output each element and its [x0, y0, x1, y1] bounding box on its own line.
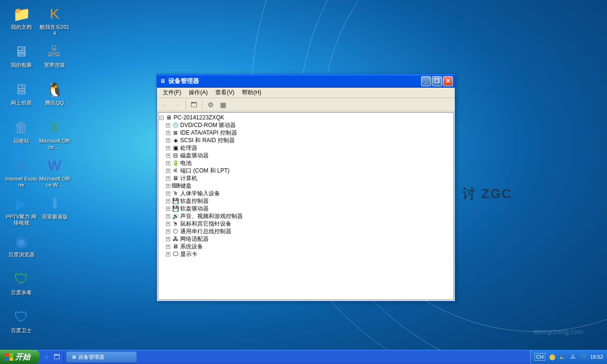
tree-device-node[interactable]: +💿DVD/CD-ROM 驱动器	[159, 121, 452, 129]
tray-network-icon[interactable]: 🖧	[569, 353, 577, 361]
device-category-icon: ◈	[172, 136, 179, 144]
desktop-icon-image: 🛡	[12, 308, 31, 327]
expand-icon[interactable]: +	[166, 176, 170, 181]
tree-node-label: 显示卡	[180, 250, 197, 258]
expand-icon[interactable]: +	[166, 237, 170, 241]
tree-device-node[interactable]: +🖱鼠标和其它指针设备	[159, 220, 452, 228]
tool-properties-icon[interactable]: 🗔	[189, 100, 199, 110]
back-button[interactable]: ←	[160, 100, 170, 110]
tree-device-node[interactable]: +🖥系统设备	[159, 243, 452, 250]
taskbar-button-device-manager[interactable]: 🖥 设备管理器	[66, 351, 137, 363]
expand-icon[interactable]: +	[166, 161, 170, 165]
desktop-icon[interactable]: 🛡百度杀毒	[5, 268, 38, 303]
device-category-icon: 🔋	[172, 159, 179, 167]
language-indicator[interactable]: CH	[534, 353, 546, 361]
desktop-icon[interactable]: 🖧宽带连接	[38, 40, 71, 76]
desktop-icon[interactable]: ▶PPTV聚力 网络电视	[5, 192, 38, 228]
desktop-icon[interactable]: 🖥网上邻居	[5, 78, 38, 114]
menu-item[interactable]: 查看(V)	[212, 88, 238, 98]
tree-device-node[interactable]: +💾软盘驱动器	[159, 205, 452, 212]
tree-node-label: 人体学输入设备	[180, 190, 220, 198]
maximize-button[interactable]: ❐	[432, 76, 442, 86]
tree-device-node[interactable]: +🖵显示卡	[159, 250, 452, 258]
desktop-icon[interactable]: 📁我的文档	[5, 2, 38, 38]
tree-device-node[interactable]: +◈SCSI 和 RAID 控制器	[159, 136, 452, 144]
expand-icon[interactable]: +	[166, 252, 170, 256]
expand-icon[interactable]: +	[166, 138, 170, 143]
desktop-icon-image: ◉	[12, 232, 31, 251]
expand-icon[interactable]: +	[166, 245, 170, 249]
desktop-icon[interactable]: eInternet Explorer	[5, 154, 38, 190]
wallpaper-url: xitongcheng.com	[533, 328, 583, 336]
expand-icon[interactable]: +	[166, 123, 170, 127]
tray-icon-2[interactable]: 🔈	[559, 353, 566, 361]
collapse-icon[interactable]: −	[159, 116, 164, 120]
desktop-icon[interactable]: K酷我音乐2014	[38, 2, 71, 38]
desktop-icon-image: ⬇	[45, 194, 64, 213]
tree-device-node[interactable]: +⬡通用串行总线控制器	[159, 228, 452, 235]
menu-item[interactable]: 操作(A)	[185, 88, 212, 98]
tree-device-node[interactable]: +🔊声音、视频和游戏控制器	[159, 212, 452, 220]
desktop-icon-image: 🛡	[12, 270, 31, 289]
titlebar[interactable]: 🖥 设备管理器 _ ❐ ✕	[157, 74, 455, 88]
tree-device-node[interactable]: +🖥计算机	[159, 174, 452, 182]
desktop-icon[interactable]: 🖥我的电脑	[5, 40, 38, 76]
device-category-icon: 💿	[172, 121, 179, 129]
tree-node-label: 电池	[180, 159, 192, 167]
expand-icon[interactable]: +	[166, 146, 170, 150]
clock[interactable]: 18:52	[590, 354, 603, 360]
desktop-icon[interactable]: ◉百度浏览器	[5, 230, 38, 265]
ql-ie-icon[interactable]: e	[42, 352, 51, 362]
desktop-icon-label: 迅雷极速版	[42, 214, 68, 220]
desktop-icon-label: 回收站	[14, 138, 29, 144]
desktop-icon[interactable]: 🐧腾讯QQ	[38, 78, 71, 114]
minimize-button[interactable]: _	[421, 76, 431, 86]
desktop-icon-image: 🐧	[45, 80, 64, 99]
tree-device-node[interactable]: +🖰人体学输入设备	[159, 190, 452, 197]
tree-device-node[interactable]: +🔋电池	[159, 159, 452, 167]
expand-icon[interactable]: +	[166, 184, 170, 188]
device-tree[interactable]: −🖥PC-20141223ZXQK+💿DVD/CD-ROM 驱动器+≣IDE A…	[158, 112, 454, 300]
tray-shield-icon[interactable]: 🛡	[579, 353, 587, 361]
tree-device-node[interactable]: +⌨键盘	[159, 182, 452, 190]
expand-icon[interactable]: +	[166, 191, 170, 196]
menu-item[interactable]: 帮助(H)	[238, 88, 265, 98]
expand-icon[interactable]: +	[166, 229, 170, 234]
desktop-icon[interactable]: WMicrosoft Office W…	[38, 154, 71, 190]
tree-device-node[interactable]: +▣处理器	[159, 144, 452, 152]
tree-device-node[interactable]: +⚟端口 (COM 和 LPT)	[159, 167, 452, 174]
app-icon: 🖥	[159, 77, 166, 85]
start-button[interactable]: 开始	[0, 350, 40, 364]
tree-node-label: 鼠标和其它指针设备	[180, 220, 231, 228]
desktop-icon-label: 我的电脑	[11, 62, 32, 68]
tree-node-label: 软盘驱动器	[180, 205, 209, 213]
tree-device-node[interactable]: +⊟磁盘驱动器	[159, 152, 452, 159]
tree-node-label: IDE ATA/ATAPI 控制器	[180, 129, 237, 137]
desktop-icon-label: 百度卫士	[11, 328, 32, 334]
close-button[interactable]: ✕	[443, 76, 453, 86]
forward-button[interactable]: →	[172, 100, 183, 110]
device-category-icon: 🖱	[172, 220, 179, 228]
desktop-icon[interactable]: 🛡百度卫士	[5, 306, 38, 341]
desktop-icon[interactable]: XMicrosoft Office …	[38, 116, 71, 152]
desktop-icon[interactable]: 🗑回收站	[5, 116, 38, 152]
menu-item[interactable]: 文件(F)	[159, 88, 185, 98]
expand-icon[interactable]: +	[166, 154, 170, 158]
expand-icon[interactable]: +	[166, 222, 170, 226]
expand-icon[interactable]: +	[166, 207, 170, 211]
tool-scan-icon[interactable]: ▦	[218, 100, 228, 110]
tray-icon-1[interactable]: ⬤	[548, 353, 556, 361]
tree-device-node[interactable]: +💾软盘控制器	[159, 197, 452, 205]
expand-icon[interactable]: +	[166, 169, 170, 173]
expand-icon[interactable]: +	[166, 199, 170, 203]
expand-icon[interactable]: +	[166, 131, 170, 135]
expand-icon[interactable]: +	[166, 214, 170, 218]
desktop-icon-label: 宽带连接	[44, 62, 65, 68]
tree-device-node[interactable]: +🖧网络适配器	[159, 235, 452, 243]
tree-root-node[interactable]: −🖥PC-20141223ZXQK	[159, 114, 452, 121]
ql-desktop-icon[interactable]: 🗔	[52, 352, 62, 362]
tree-device-node[interactable]: +≣IDE ATA/ATAPI 控制器	[159, 129, 452, 136]
tool-refresh-icon[interactable]: ⚙	[205, 100, 216, 110]
desktop-icon-label: PPTV聚力 网络电视	[5, 214, 37, 226]
desktop-icon[interactable]: ⬇迅雷极速版	[38, 192, 71, 228]
